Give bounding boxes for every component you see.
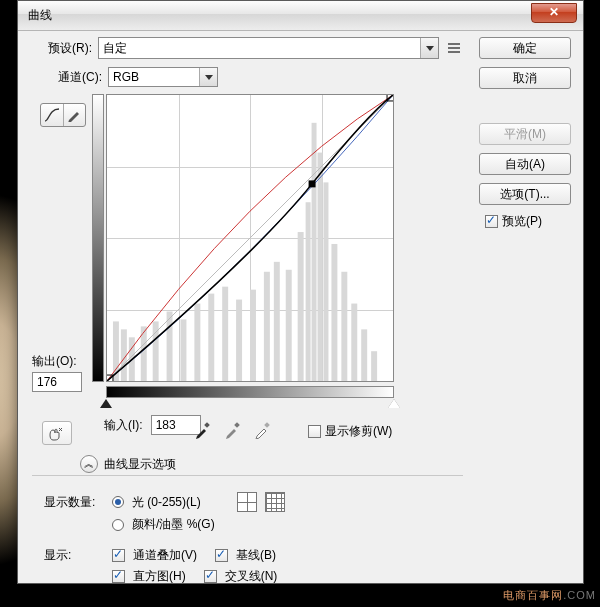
- show-row-1: 显示: 通道叠加(V) 基线(B): [44, 547, 463, 564]
- eyedropper-row: [194, 421, 272, 439]
- close-icon: ✕: [549, 5, 559, 19]
- baseline-checkbox[interactable]: [215, 549, 228, 562]
- curve-tool-toggle: [40, 103, 86, 127]
- black-point-slider[interactable]: [100, 399, 112, 408]
- collapse-button[interactable]: ︽: [80, 455, 98, 473]
- window-title: 曲线: [28, 7, 52, 24]
- svg-rect-22: [351, 304, 357, 381]
- input-label: 输入(I):: [104, 417, 143, 434]
- watermark: 电商百事网.COM: [503, 588, 596, 603]
- curve-tool-button[interactable]: [41, 104, 64, 126]
- svg-rect-8: [208, 294, 214, 381]
- svg-rect-17: [312, 123, 317, 381]
- channel-overlay-checkbox[interactable]: [112, 549, 125, 562]
- svg-rect-30: [234, 422, 240, 428]
- preset-row: 预设(R): 自定: [48, 37, 463, 59]
- channel-overlay-label: 通道叠加(V): [133, 547, 197, 564]
- channel-row: 通道(C): RGB: [58, 67, 218, 87]
- preset-menu-icon[interactable]: [445, 39, 463, 57]
- svg-rect-15: [298, 232, 304, 381]
- options-button[interactable]: 选项(T)...: [479, 183, 571, 205]
- grid-coarse-button[interactable]: [237, 492, 257, 512]
- ok-button[interactable]: 确定: [479, 37, 571, 59]
- pencil-tool-button[interactable]: [64, 104, 86, 126]
- svg-rect-10: [236, 300, 242, 381]
- grid-fine-button[interactable]: [265, 492, 285, 512]
- output-input[interactable]: [32, 372, 82, 392]
- chevrons-up-icon: ︽: [84, 457, 94, 471]
- auto-button[interactable]: 自动(A): [479, 153, 571, 175]
- hand-tool-icon: [47, 425, 67, 441]
- svg-rect-29: [204, 422, 210, 428]
- preset-dropdown[interactable]: 自定: [98, 37, 439, 59]
- curves-dialog: 曲线 ✕ 确定 取消 平滑(M) 自动(A) 选项(T)... 预览(P) 预设…: [17, 0, 584, 584]
- show-amount-label: 显示数量:: [44, 494, 104, 511]
- preset-label: 预设(R):: [48, 40, 92, 57]
- svg-rect-23: [361, 329, 367, 381]
- pigment-row: 颜料/油墨 %(G): [112, 516, 463, 533]
- chevron-down-icon: [199, 68, 217, 86]
- baseline-label: 基线(B): [236, 547, 276, 564]
- svg-rect-6: [180, 319, 186, 381]
- svg-rect-11: [250, 290, 256, 381]
- pigment-radio[interactable]: [112, 519, 124, 531]
- histogram-label: 直方图(H): [133, 568, 186, 585]
- display-options-group: 显示数量: 光 (0-255)(L) 颜料/油墨 %(G) 显示: 通道叠加(V…: [32, 475, 463, 589]
- display-options-label: 曲线显示选项: [104, 456, 176, 473]
- channel-dropdown[interactable]: RGB: [108, 67, 218, 87]
- channel-value: RGB: [113, 70, 139, 84]
- output-gradient: [92, 94, 104, 382]
- light-radio-label: 光 (0-255)(L): [132, 494, 201, 511]
- output-block: 输出(O):: [32, 353, 98, 392]
- white-point-slider[interactable]: [388, 399, 400, 408]
- channel-label: 通道(C):: [58, 69, 102, 86]
- pencil-tool-icon: [67, 108, 81, 122]
- intersection-checkbox[interactable]: [204, 570, 217, 583]
- dialog-body: 确定 取消 平滑(M) 自动(A) 选项(T)... 预览(P) 预设(R): …: [18, 31, 583, 583]
- preset-value: 自定: [103, 40, 127, 57]
- preview-label: 预览(P): [502, 213, 542, 230]
- histogram: [107, 95, 393, 381]
- svg-rect-21: [341, 272, 347, 381]
- svg-rect-9: [222, 287, 228, 381]
- gray-point-eyedropper[interactable]: [224, 421, 242, 439]
- svg-rect-12: [264, 272, 270, 381]
- show-clipping-label: 显示修剪(W): [325, 423, 392, 440]
- chevron-down-icon: [420, 38, 438, 58]
- input-gradient: [106, 386, 394, 398]
- svg-rect-7: [194, 304, 200, 381]
- show-clipping-row: 显示修剪(W): [308, 423, 392, 440]
- display-options-toggle-row: ︽ 曲线显示选项: [80, 455, 176, 473]
- svg-rect-13: [274, 262, 280, 381]
- close-button[interactable]: ✕: [531, 3, 577, 23]
- preview-row: 预览(P): [479, 213, 571, 230]
- targeted-adjust-button[interactable]: [42, 421, 72, 445]
- output-label: 输出(O):: [32, 353, 98, 370]
- black-point-eyedropper[interactable]: [194, 421, 212, 439]
- light-radio[interactable]: [112, 496, 124, 508]
- histogram-checkbox[interactable]: [112, 570, 125, 583]
- svg-rect-18: [318, 153, 323, 381]
- show-row-2: 直方图(H) 交叉线(N): [112, 568, 463, 585]
- svg-rect-14: [286, 270, 292, 381]
- svg-rect-19: [323, 182, 328, 381]
- intersection-label: 交叉线(N): [225, 568, 278, 585]
- show-clipping-checkbox[interactable]: [308, 425, 321, 438]
- smooth-button: 平滑(M): [479, 123, 571, 145]
- svg-rect-31: [264, 422, 270, 428]
- curves-graph[interactable]: [106, 94, 394, 382]
- input-block: 输入(I):: [104, 415, 201, 435]
- right-button-column: 确定 取消 平滑(M) 自动(A) 选项(T)... 预览(P): [479, 37, 571, 230]
- white-point-eyedropper[interactable]: [254, 421, 272, 439]
- svg-rect-24: [371, 351, 377, 381]
- show-amount-row: 显示数量: 光 (0-255)(L): [44, 492, 463, 512]
- svg-rect-20: [331, 244, 337, 381]
- svg-rect-26: [309, 180, 316, 187]
- titlebar[interactable]: 曲线 ✕: [18, 1, 583, 31]
- curve-tool-icon: [44, 108, 60, 122]
- show-label: 显示:: [44, 547, 104, 564]
- pigment-radio-label: 颜料/油墨 %(G): [132, 516, 215, 533]
- svg-rect-16: [306, 202, 311, 381]
- cancel-button[interactable]: 取消: [479, 67, 571, 89]
- preview-checkbox[interactable]: [485, 215, 498, 228]
